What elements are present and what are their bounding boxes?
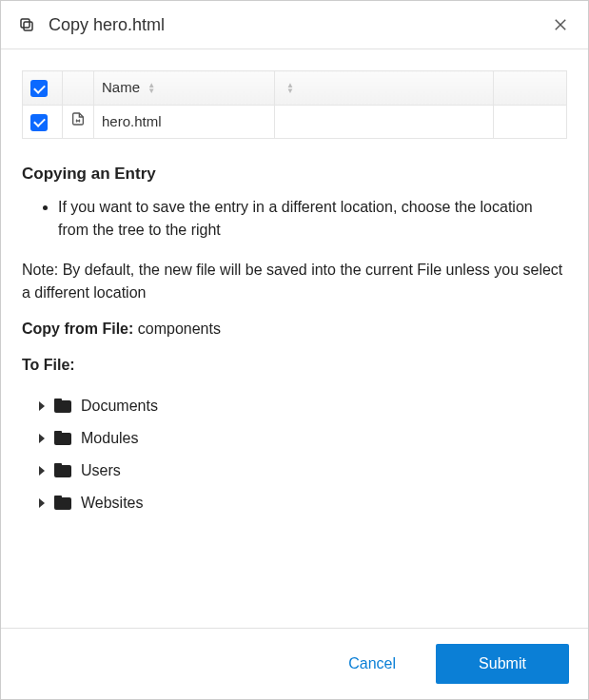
dialog-footer: Cancel Submit (1, 628, 588, 699)
sort-icon: ▲▼ (286, 83, 294, 94)
name-header-label: Name (102, 79, 140, 95)
folder-icon (54, 496, 71, 510)
select-all-checkbox[interactable] (30, 80, 48, 97)
folder-tree: Documents Modules Users Websites (39, 390, 567, 519)
to-file-label: To File: (22, 357, 75, 373)
help-bullets: If you want to save the entry in a diffe… (22, 196, 567, 242)
col-icon-header (63, 71, 94, 106)
chevron-right-icon (39, 498, 45, 508)
copy-from-row: Copy from File: components (22, 318, 567, 340)
tree-item-users[interactable]: Users (39, 455, 567, 487)
tree-item-websites[interactable]: Websites (39, 487, 567, 519)
cancel-button[interactable]: Cancel (322, 644, 422, 684)
close-button[interactable] (550, 14, 571, 35)
tree-item-label: Users (81, 459, 121, 482)
tree-item-modules[interactable]: Modules (39, 422, 567, 455)
folder-icon (54, 399, 71, 413)
dialog-header: Copy hero.html (1, 1, 588, 49)
sort-icon: ▲▼ (147, 83, 155, 94)
dialog-body: Name ▲▼ ▲▼ (1, 49, 588, 628)
help-heading: Copying an Entry (22, 162, 567, 186)
row-filename: hero.html (94, 105, 275, 139)
file-table: Name ▲▼ ▲▼ (22, 70, 567, 139)
tree-item-label: Documents (81, 395, 158, 418)
copy-from-label: Copy from File: (22, 321, 133, 337)
tree-item-label: Websites (81, 492, 144, 515)
file-icon (70, 113, 86, 129)
tree-item-documents[interactable]: Documents (39, 390, 567, 422)
copy-dialog: Copy hero.html Name ▲▼ (0, 0, 589, 700)
col-name-header[interactable]: Name ▲▼ (94, 71, 275, 106)
col-4-header[interactable]: ▲▼ (275, 71, 494, 106)
row-col5 (494, 105, 567, 139)
svg-rect-0 (24, 22, 32, 30)
copy-from-value: components (138, 321, 221, 337)
row-col4 (275, 105, 494, 139)
dialog-title: Copy hero.html (49, 15, 165, 35)
copy-icon (18, 16, 35, 33)
submit-button[interactable]: Submit (436, 644, 569, 684)
chevron-right-icon (39, 434, 45, 443)
row-checkbox[interactable] (30, 114, 48, 131)
svg-rect-1 (21, 19, 29, 28)
to-file-row: To File: (22, 354, 567, 377)
folder-icon (54, 431, 71, 445)
help-bullet: If you want to save the entry in a diffe… (58, 196, 567, 242)
chevron-right-icon (39, 401, 45, 411)
folder-icon (54, 463, 71, 477)
help-note: Note: By default, the new file will be s… (22, 259, 567, 304)
chevron-right-icon (39, 466, 45, 476)
table-row[interactable]: hero.html (23, 105, 567, 139)
tree-item-label: Modules (81, 427, 138, 450)
col-select-all[interactable] (23, 71, 63, 106)
col-5-header (494, 71, 567, 106)
